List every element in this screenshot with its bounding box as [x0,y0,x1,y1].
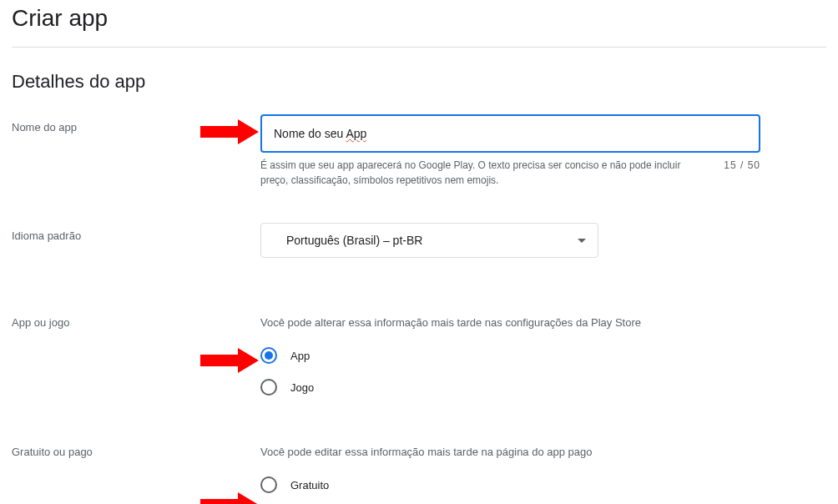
input-helper: É assim que seu app aparecerá no Google … [260,158,760,188]
field-content: Você pode editar essa informação mais ta… [260,446,778,504]
svg-marker-2 [200,492,259,504]
field-content: Nome do seu App É assim que seu app apar… [260,114,778,188]
arrow-icon [200,492,259,504]
divider [12,47,826,48]
form-container: Criar app Detalhes do app Nome do app No… [0,0,838,504]
field-content: Você pode alterar essa informação mais t… [260,316,778,396]
helper-text: É assim que seu app aparecerá no Google … [260,158,724,188]
language-select[interactable]: Português (Brasil) – pt-BR [260,223,598,258]
info-pricing: Você pode editar essa informação mais ta… [260,446,778,458]
field-pricing: Gratuito ou pago Você pode editar essa i… [12,446,826,504]
arrow-icon [200,348,259,373]
field-content: Português (Brasil) – pt-BR [260,223,778,258]
radio-label-free: Gratuito [290,479,329,491]
char-counter: 15 / 50 [724,158,760,188]
field-app-or-game: App ou jogo Você pode alterar essa infor… [12,316,826,396]
radio-group-pricing: Gratuito Pago [260,476,778,504]
select-value: Português (Brasil) – pt-BR [286,234,422,247]
input-value-text: Nome do seu App [274,127,366,140]
page-title: Criar app [12,5,826,43]
radio-app[interactable]: App [260,347,778,364]
field-app-name: Nome do app Nome do seu App É assim que … [12,114,826,188]
radio-game[interactable]: Jogo [260,379,778,396]
radio-icon [260,347,277,364]
label-pricing: Gratuito ou pago [12,446,260,458]
radio-label-game: Jogo [290,381,314,394]
app-name-input[interactable]: Nome do seu App [260,114,760,153]
field-language: Idioma padrão Português (Brasil) – pt-BR [12,223,826,258]
section-title: Detalhes do app [12,71,826,93]
label-app-name: Nome do app [12,114,260,134]
radio-icon [260,476,277,493]
svg-marker-1 [200,348,259,373]
radio-group-app-or-game: App Jogo [260,347,778,396]
radio-icon [260,379,277,396]
radio-free[interactable]: Gratuito [260,476,778,493]
label-language: Idioma padrão [12,223,260,242]
chevron-down-icon [578,239,586,243]
label-app-or-game: App ou jogo [12,316,260,329]
info-app-or-game: Você pode alterar essa informação mais t… [260,316,778,329]
radio-label-app: App [290,350,310,362]
